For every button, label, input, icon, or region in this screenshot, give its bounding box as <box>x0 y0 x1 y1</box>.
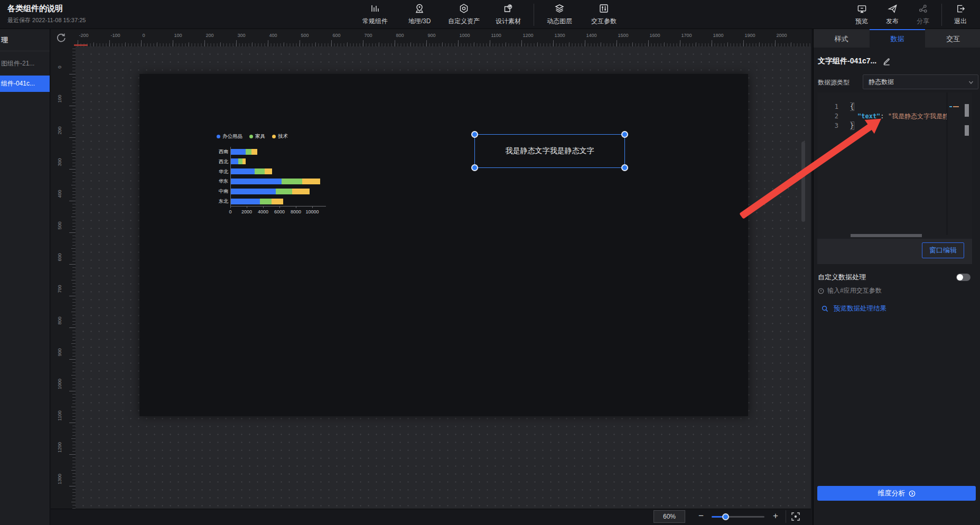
datasource-type-select[interactable]: 静态数据 <box>863 74 978 89</box>
ruler-label: 200 <box>206 33 214 38</box>
window-edit-button[interactable]: 窗口编辑 <box>922 242 964 258</box>
tool-1[interactable]: 常规组件 <box>353 0 397 29</box>
preview-result-label: 预览数据处理结果 <box>834 304 886 313</box>
custom-data-processing-toggle[interactable] <box>956 274 970 281</box>
refresh-icon[interactable] <box>56 32 67 43</box>
dimension-analysis-button[interactable]: 维度分析 <box>817 486 976 501</box>
bar-segment <box>255 168 265 174</box>
asset-icon <box>459 3 469 16</box>
line-number: 2 <box>817 111 838 121</box>
chart-x-axis <box>230 206 326 207</box>
vertical-ruler: 0100200300400500600700800900100011001200… <box>51 46 76 509</box>
layer-item-1[interactable]: 图组件-21... <box>0 55 50 71</box>
ruler-tick <box>315 42 316 46</box>
minimap-code-mark <box>949 106 952 107</box>
geo-icon <box>414 3 425 16</box>
fit-to-screen-button[interactable] <box>791 512 800 521</box>
workspace-scrollbar[interactable] <box>801 142 805 222</box>
ruler-label: 1000 <box>460 33 470 38</box>
editor-line: 2 "text": "我是静态文字我是静态文字" <box>817 111 972 121</box>
action-4[interactable]: 退出 <box>945 0 976 29</box>
stacked-bar-chart-component[interactable]: 办公用品家具技术西南西北华北华东中南东北02000400060008000100… <box>202 132 338 220</box>
bottom-bar-divider <box>786 510 786 523</box>
toggle-knob <box>957 274 963 280</box>
ruler-label: 700 <box>57 281 62 297</box>
ruler-tick <box>69 232 76 233</box>
chart-category-label: 西南 <box>202 149 228 154</box>
bar-segment <box>265 168 272 174</box>
resize-handle-top-right[interactable] <box>621 131 628 138</box>
editor-scrollbar[interactable] <box>965 104 969 117</box>
layer-item-2[interactable]: 组件-041c... <box>0 76 50 92</box>
ruler-label: 800 <box>57 313 62 329</box>
workspace[interactable]: 办公用品家具技术西南西北华北华东中南东北02000400060008000100… <box>76 46 811 509</box>
zoom-slider[interactable] <box>712 516 764 518</box>
legend-item[interactable]: 技术 <box>272 133 288 140</box>
stacked-bar[interactable] <box>231 199 283 204</box>
tool-label: 常规组件 <box>362 17 388 26</box>
stacked-bar[interactable] <box>231 168 272 174</box>
ruler-label: -200 <box>79 33 89 38</box>
ruler-tick <box>569 42 570 46</box>
tool-label: 设计素材 <box>496 17 521 26</box>
zoom-out-button[interactable]: − <box>695 510 707 523</box>
bar-segment <box>302 179 320 184</box>
ruler-label: 600 <box>57 249 62 265</box>
preview-result-link[interactable]: 预览数据处理结果 <box>822 304 886 313</box>
tool-2[interactable]: 地理/3D <box>397 0 442 29</box>
stacked-bar[interactable] <box>231 179 320 184</box>
editor-horizontal-scrollbar[interactable] <box>851 234 922 237</box>
action-1[interactable]: 预览 <box>846 0 877 29</box>
design-canvas[interactable]: 办公用品家具技术西南西北华北华东中南东北02000400060008000100… <box>139 74 748 416</box>
ruler-tick <box>173 40 173 46</box>
ruler-label: 400 <box>269 33 277 38</box>
tab-交互[interactable]: 交互 <box>925 29 980 48</box>
ruler-tick <box>69 74 76 74</box>
resize-handle-top-left[interactable] <box>471 131 478 138</box>
text-component-selected[interactable]: 我是静态文字我是静态文字 <box>474 134 625 168</box>
ruler-tick <box>363 40 363 46</box>
ruler-corner <box>51 29 76 46</box>
zoom-level-input[interactable]: 60% <box>654 510 685 523</box>
ruler-label: 1100 <box>491 33 501 38</box>
chart-x-tick <box>247 207 247 208</box>
resize-handle-bottom-left[interactable] <box>471 164 478 171</box>
legend-item[interactable]: 办公用品 <box>217 133 242 140</box>
ruler-label: 800 <box>396 33 404 38</box>
stacked-bar[interactable] <box>231 149 257 155</box>
ruler-tick <box>696 42 696 46</box>
ruler-tick <box>743 40 744 46</box>
json-code-editor[interactable]: 1 { 2 "text": "我是静态文字我是静态文字" 3 } <box>817 92 972 239</box>
ruler-tick <box>71 438 76 439</box>
stacked-bar[interactable] <box>231 158 246 164</box>
zoom-slider-thumb[interactable] <box>722 513 729 520</box>
action-3[interactable]: 分享 <box>908 0 938 29</box>
ruler-label: 900 <box>57 344 62 360</box>
tab-样式[interactable]: 样式 <box>814 29 870 48</box>
fit-screen-icon <box>791 512 800 521</box>
tool-6[interactable]: 交互参数 <box>582 0 626 29</box>
ruler-tick <box>474 42 474 46</box>
tool-4[interactable]: 设计素材 <box>486 0 530 29</box>
tool-3[interactable]: 自定义资产 <box>442 0 486 29</box>
ruler-label: 1900 <box>745 33 755 38</box>
action-2[interactable]: 发布 <box>877 0 908 29</box>
stacked-bar[interactable] <box>231 189 310 194</box>
bar-segment <box>231 179 282 184</box>
search-icon <box>822 305 828 312</box>
ruler-tick <box>395 40 395 46</box>
legend-item[interactable]: 家具 <box>249 133 265 140</box>
tab-数据[interactable]: 数据 <box>870 29 926 48</box>
edit-pencil-icon[interactable] <box>883 58 891 65</box>
zoom-in-button[interactable]: + <box>769 510 782 523</box>
ruler-label: 300 <box>57 154 62 170</box>
ruler-tick <box>617 40 617 46</box>
resize-handle-bottom-right[interactable] <box>621 164 628 171</box>
app-root: 各类组件的说明 最近保存 2022-11-08 15:37:25 常规组件地理/… <box>0 0 980 525</box>
text-component-content: 我是静态文字我是静态文字 <box>506 146 594 156</box>
editor-scrollbar[interactable] <box>965 125 969 136</box>
ruler-tick <box>71 153 76 154</box>
ruler-tick <box>268 40 268 46</box>
tool-5[interactable]: 动态图层 <box>537 0 582 29</box>
ruler-tick <box>69 454 76 455</box>
